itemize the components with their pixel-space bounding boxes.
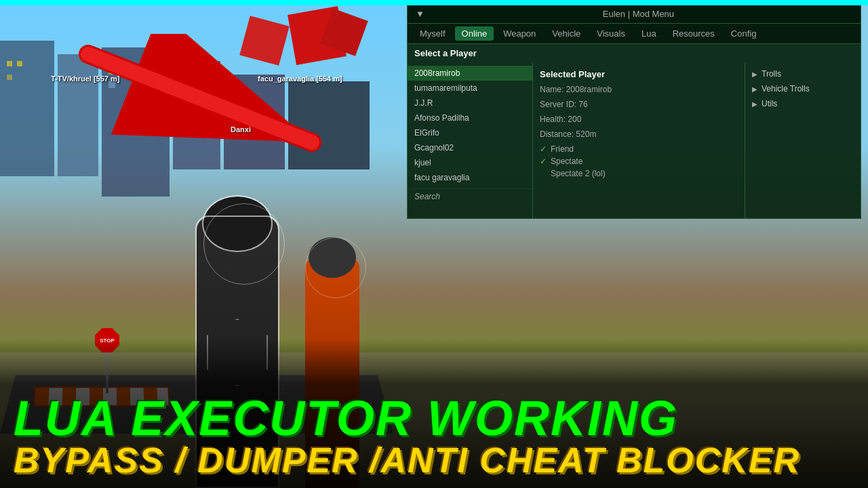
utils-label: Utils [762,99,777,108]
tab-resources[interactable]: Resources [666,26,722,41]
player-item-8[interactable]: facu garavaglia [408,170,532,185]
vehicle-trolls-arrow: ▶ [752,85,757,93]
vehicle-trolls-item[interactable]: ▶ Vehicle Trolls [752,84,854,94]
mod-menu-panel: ▼ Eulen | Mod Menu Myself Online Weapon … [407,4,861,219]
utils-arrow: ▶ [752,100,757,108]
mod-menu-titlebar: ▼ Eulen | Mod Menu [408,5,861,24]
friend-check[interactable]: ✓ Friend [540,144,738,154]
friend-label: Friend [551,144,574,154]
vehicle-trolls-label: Vehicle Trolls [762,84,810,94]
spectate-checkmark: ✓ [540,157,547,166]
selected-player-header: Selected Player [540,69,738,79]
player-item-2[interactable]: tumamaremilputa [408,81,532,96]
tab-online[interactable]: Online [455,26,494,41]
player-name: Name: 2008ramirob [540,83,738,96]
player-list: 2008ramirob tumamaremilputa J.J.R Afonso… [408,62,533,218]
spectate-label: Spectate [551,157,583,166]
player-item-1[interactable]: 2008ramirob [408,66,532,81]
right-panel: ▶ Trolls ▶ Vehicle Trolls ▶ Utils [745,62,861,218]
hud-label-danxi: Danxi [231,125,251,134]
spectate-check[interactable]: ✓ Spectate [540,157,738,166]
player-distance: Distance: 520m [540,128,738,140]
utils-item[interactable]: ▶ Utils [752,99,854,108]
crosshair-2 [305,237,366,298]
search-item[interactable]: Search [408,188,532,204]
tab-lua[interactable]: Lua [635,26,663,41]
player-info-panel: Selected Player Name: 2008ramirob Server… [533,62,745,218]
player-item-3[interactable]: J.J.R [408,96,532,110]
player-item-5[interactable]: ElGrifo [408,125,532,140]
player-item-7[interactable]: kjuel [408,155,532,170]
hud-label-facu: facu_garavaglia [554 m] [258,75,342,83]
lua-executor-title: LUA EXECUTOR WORKING [14,394,854,443]
mod-menu-tabs: Myself Online Weapon Vehicle Visuals Lua… [408,24,861,44]
friend-checkmark: ✓ [540,144,547,154]
top-border [0,0,868,5]
tab-myself[interactable]: Myself [413,26,452,41]
trolls-arrow: ▶ [752,70,757,78]
player-item-6[interactable]: Gcagnol02 [408,140,532,155]
mod-menu-content: 2008ramirob tumamaremilputa J.J.R Afonso… [408,62,861,218]
hud-label-khruel: T-TV/khruel [557 m] [51,75,119,83]
bottom-overlay: LUA EXECUTOR WORKING BYPASS / DUMPER /AN… [0,339,868,488]
mod-menu-dropdown-icon[interactable]: ▼ [416,9,425,19]
server-id: Server ID: 76 [540,98,738,110]
tab-config[interactable]: Config [724,26,764,41]
spectate2-check[interactable]: ✓ Spectate 2 (lol) [540,169,738,178]
tab-weapon[interactable]: Weapon [496,26,542,41]
section-header: Select a Player [408,44,861,62]
trolls-item[interactable]: ▶ Trolls [752,69,854,79]
crosshair-1 [203,203,285,285]
trolls-label: Trolls [762,69,781,79]
bypass-subtitle: BYPASS / DUMPER /ANTI CHEAT BLOCKER [14,443,854,478]
player-health: Health: 200 [540,113,738,125]
tab-vehicle[interactable]: Vehicle [545,26,587,41]
player-item-4[interactable]: Afonso Padilha [408,110,532,125]
spectate2-label: Spectate 2 (lol) [551,169,606,178]
mod-menu-title-text: Eulen | Mod Menu [603,9,674,19]
tab-visuals[interactable]: Visuals [590,26,632,41]
spectate2-checkmark: ✓ [540,169,547,178]
